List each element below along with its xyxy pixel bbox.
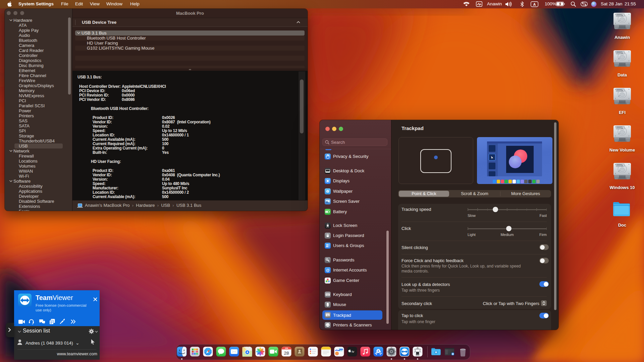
svg-text:A: A — [533, 2, 536, 6]
svg-text:28: 28 — [284, 351, 289, 356]
svg-text:tv: tv — [352, 350, 354, 353]
svg-text:@: @ — [326, 268, 330, 272]
svg-text:JAN: JAN — [285, 348, 288, 349]
